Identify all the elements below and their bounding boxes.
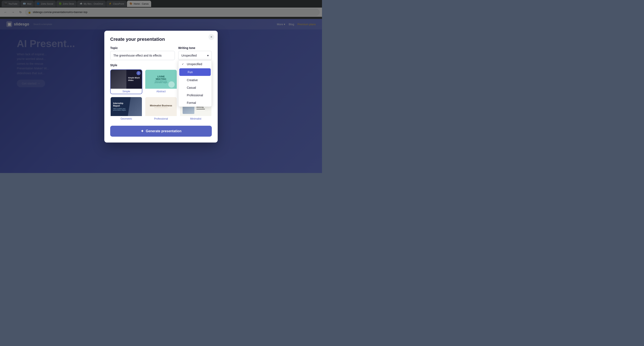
close-icon: × bbox=[210, 35, 212, 39]
minimalist-line bbox=[196, 109, 205, 109]
tone-dropdown-menu: Unspecified Fun Creative Casual Professi… bbox=[178, 60, 212, 107]
tone-current-value: Unspecified bbox=[181, 54, 197, 57]
abstract-title: LIVINEMEETING bbox=[154, 75, 167, 80]
tone-option-professional[interactable]: Professional bbox=[178, 91, 212, 99]
style-label-geometric: Geometric bbox=[110, 116, 142, 121]
tone-option-formal[interactable]: Formal bbox=[178, 99, 212, 107]
generate-presentation-button[interactable]: ✦ Generate presentation bbox=[110, 126, 212, 137]
simple-thumb-image bbox=[110, 70, 126, 89]
geo-subtitle: Here is where yourpresentation begins bbox=[113, 108, 126, 111]
tone-option-fun[interactable]: Fun bbox=[179, 68, 211, 76]
create-presentation-modal: × Create your presentation Topic Writing… bbox=[104, 31, 218, 142]
tone-dropdown-trigger[interactable]: Unspecified ▾ bbox=[178, 51, 212, 60]
topic-input[interactable] bbox=[110, 51, 175, 60]
modal-overlay[interactable]: × Create your presentation Topic Writing… bbox=[0, 0, 322, 173]
generate-label: Generate presentation bbox=[146, 129, 182, 133]
simple-thumb-text: Simple BlackSlides bbox=[126, 75, 142, 83]
abstract-thumb-inner: LIVINEMEETING Here is where yourpresenta… bbox=[154, 75, 167, 83]
tone-option-creative[interactable]: Creative bbox=[178, 76, 212, 84]
tone-option-unspecified[interactable]: Unspecified bbox=[178, 60, 212, 68]
professional-line bbox=[154, 108, 168, 108]
style-selected-check: ✓ bbox=[136, 71, 141, 75]
abstract-subtitle: Here is where yourpresentation begins bbox=[154, 80, 167, 83]
form-top-row: Topic Writing tone Unspecified ▾ Unspeci… bbox=[110, 46, 212, 60]
professional-text: Minimalist Business bbox=[150, 104, 172, 107]
style-label-professional: Professional bbox=[145, 116, 176, 121]
modal-close-button[interactable]: × bbox=[208, 34, 214, 40]
topic-label: Topic bbox=[110, 46, 175, 50]
geo-title: InternshipReport bbox=[113, 102, 126, 107]
geo-photo bbox=[128, 97, 142, 116]
professional-thumb-content: Minimalist Business bbox=[150, 104, 172, 109]
style-thumbnail-abstract: LIVINEMEETING Here is where yourpresenta… bbox=[145, 70, 176, 89]
style-card-professional[interactable]: Minimalist Business Professional bbox=[145, 97, 177, 121]
geo-text-block: InternshipReport Here is where yourprese… bbox=[113, 102, 126, 111]
tone-field-group: Writing tone Unspecified ▾ Unspecified F… bbox=[178, 46, 212, 60]
geo-content: InternshipReport Here is where yourprese… bbox=[112, 102, 126, 111]
modal-title: Create your presentation bbox=[110, 37, 212, 42]
style-label-minimalist: Minimalist bbox=[180, 116, 212, 121]
generate-icon: ✦ bbox=[141, 129, 144, 133]
style-card-simple[interactable]: Simple BlackSlides ✓ Simple bbox=[110, 69, 142, 94]
style-thumbnail-geometric: InternshipReport Here is where yourprese… bbox=[110, 97, 142, 116]
style-label-simple: Simple bbox=[110, 89, 142, 94]
tone-option-casual[interactable]: Casual bbox=[178, 84, 212, 91]
topic-field-group: Topic bbox=[110, 46, 175, 60]
chevron-down-icon: ▾ bbox=[207, 54, 209, 57]
tone-label: Writing tone bbox=[178, 46, 212, 50]
style-card-geometric[interactable]: InternshipReport Here is where yourprese… bbox=[110, 97, 142, 121]
style-label-abstract: Abstract bbox=[145, 89, 176, 94]
abstract-decoration bbox=[168, 81, 175, 88]
style-card-abstract[interactable]: LIVINEMEETING Here is where yourpresenta… bbox=[145, 69, 177, 94]
style-thumbnail-simple: Simple BlackSlides ✓ bbox=[110, 70, 142, 89]
style-thumbnail-professional: Minimalist Business bbox=[145, 97, 176, 116]
